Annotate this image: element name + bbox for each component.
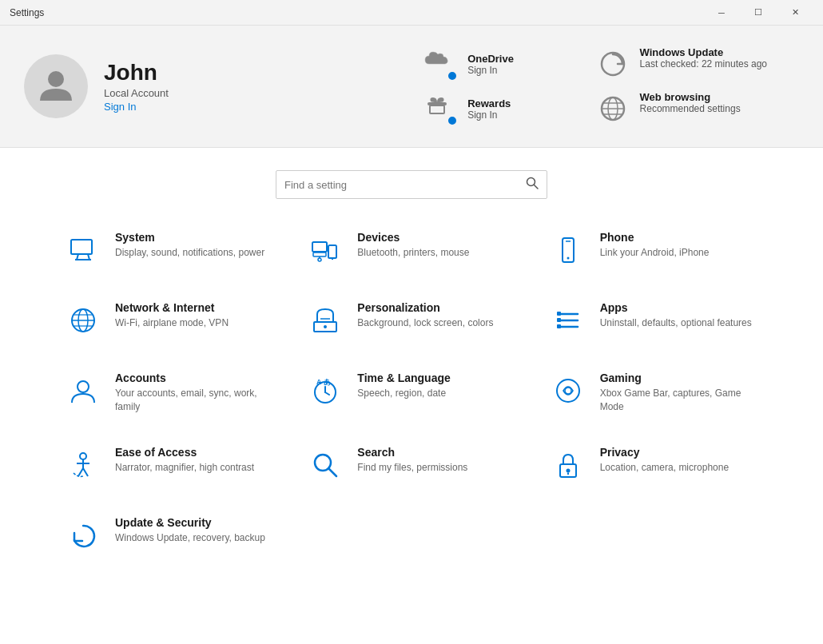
update-icon — [64, 516, 102, 555]
gaming-title: Gaming — [600, 372, 767, 384]
setting-privacy[interactable]: Privacy Location, camera, microphone — [533, 430, 775, 500]
ease-text: Ease of Access Narrator, magnifier, high… — [115, 446, 254, 475]
web-browsing-icon — [598, 94, 627, 123]
system-text: System Display, sound, notifications, po… — [115, 231, 264, 260]
windows-update-sub: Last checked: 22 minutes ago — [640, 58, 767, 70]
profile-signin-link[interactable]: Sign In — [104, 101, 169, 113]
devices-sub: Bluetooth, printers, mouse — [357, 246, 469, 260]
personalization-text: Personalization Background, lock screen,… — [357, 301, 493, 330]
apps-sub: Uninstall, defaults, optional features — [600, 316, 752, 330]
network-title: Network & Internet — [115, 301, 229, 314]
privacy-sub: Location, camera, microphone — [600, 461, 729, 475]
rewards-name: Rewards — [467, 97, 511, 109]
web-browsing-text: Web browsing Recommended settings — [640, 91, 741, 114]
svg-rect-15 — [312, 242, 327, 252]
windows-update-item[interactable]: Windows Update Last checked: 22 minutes … — [595, 42, 767, 86]
window-title: Settings — [10, 7, 44, 18]
update-title: Update & Security — [115, 516, 265, 529]
ease-title: Ease of Access — [115, 446, 254, 459]
avatar — [24, 54, 88, 118]
svg-point-54 — [566, 468, 570, 472]
phone-sub: Link your Android, iPhone — [600, 246, 710, 260]
setting-time[interactable]: A あ Time & Language Speech, region, date — [290, 356, 532, 430]
services-section: OneDrive Sign In Windows Update Last che… — [423, 42, 767, 131]
minimize-button[interactable]: ─ — [703, 0, 740, 26]
gaming-text: Gaming Xbox Game Bar, captures, Game Mod… — [600, 372, 767, 414]
windows-update-icon — [598, 50, 627, 78]
setting-devices[interactable]: Devices Bluetooth, printers, mouse — [290, 215, 532, 285]
accounts-sub: Your accounts, email, sync, work, family — [115, 387, 282, 414]
svg-rect-16 — [328, 245, 336, 258]
maximize-button[interactable]: ☐ — [740, 0, 777, 26]
svg-rect-36 — [557, 318, 561, 322]
rewards-text: Rewards Sign In — [467, 97, 511, 121]
phone-text: Phone Link your Android, iPhone — [600, 231, 710, 260]
gaming-icon — [549, 372, 587, 410]
search-input[interactable] — [284, 179, 526, 191]
windows-update-title: Windows Update — [640, 46, 767, 58]
time-text: Time & Language Speech, region, date — [357, 372, 450, 400]
setting-gaming[interactable]: Gaming Xbox Game Bar, captures, Game Mod… — [533, 356, 775, 430]
profile-info: John Local Account Sign In — [104, 60, 169, 113]
phone-title: Phone — [600, 231, 710, 244]
svg-line-12 — [77, 254, 78, 260]
devices-icon — [306, 231, 344, 269]
accounts-text: Accounts Your accounts, email, sync, wor… — [115, 372, 282, 414]
setting-system[interactable]: System Display, sound, notifications, po… — [48, 215, 290, 285]
setting-network[interactable]: Network & Internet Wi-Fi, airplane mode,… — [48, 285, 290, 356]
svg-line-13 — [88, 254, 89, 260]
svg-point-31 — [324, 325, 327, 328]
svg-line-50 — [83, 468, 88, 476]
rewards-badge — [447, 115, 458, 126]
setting-phone[interactable]: Phone Link your Android, iPhone — [533, 215, 775, 285]
onedrive-action: Sign In — [467, 65, 514, 76]
svg-point-22 — [567, 257, 569, 260]
search-setting-icon — [306, 446, 344, 484]
setting-personalization[interactable]: Personalization Background, lock screen,… — [290, 285, 532, 356]
onedrive-service[interactable]: OneDrive Sign In — [423, 42, 594, 86]
system-title: System — [115, 231, 264, 244]
search-sub: Find my files, permissions — [357, 461, 467, 475]
settings-main: System Display, sound, notifications, po… — [0, 215, 823, 570]
settings-grid: System Display, sound, notifications, po… — [48, 215, 775, 570]
svg-point-45 — [565, 388, 571, 394]
svg-line-49 — [78, 468, 83, 476]
svg-text:A: A — [316, 378, 322, 386]
svg-rect-18 — [313, 252, 326, 256]
web-browsing-title: Web browsing — [640, 91, 741, 103]
setting-ease[interactable]: Ease of Access Narrator, magnifier, high… — [48, 430, 290, 500]
apps-title: Apps — [600, 301, 752, 314]
svg-rect-35 — [557, 312, 561, 316]
personalization-title: Personalization — [357, 301, 493, 314]
onedrive-name: OneDrive — [467, 53, 514, 65]
search-box — [276, 170, 547, 199]
network-sub: Wi-Fi, airplane mode, VPN — [115, 316, 229, 330]
user-avatar-icon — [36, 65, 76, 108]
rewards-icon — [423, 91, 451, 120]
devices-text: Devices Bluetooth, printers, mouse — [357, 231, 469, 260]
setting-update[interactable]: Update & Security Windows Update, recove… — [48, 500, 290, 570]
svg-line-41 — [325, 392, 329, 395]
setting-apps[interactable]: Apps Uninstall, defaults, optional featu… — [533, 285, 775, 356]
ease-sub: Narrator, magnifier, high contrast — [115, 461, 254, 475]
system-icon — [64, 231, 102, 269]
search-area — [0, 148, 823, 215]
setting-accounts[interactable]: Accounts Your accounts, email, sync, wor… — [48, 356, 290, 430]
web-browsing-item[interactable]: Web browsing Recommended settings — [595, 86, 767, 131]
svg-point-46 — [80, 453, 86, 459]
svg-point-38 — [78, 381, 89, 392]
rewards-action: Sign In — [467, 109, 511, 121]
search-text: Search Find my files, permissions — [357, 446, 467, 475]
system-sub: Display, sound, notifications, power — [115, 246, 264, 260]
search-title: Search — [357, 446, 467, 459]
privacy-icon — [549, 446, 587, 484]
update-sub: Windows Update, recovery, backup — [115, 531, 265, 545]
rewards-service[interactable]: Rewards Sign In — [423, 86, 594, 131]
onedrive-text: OneDrive Sign In — [467, 53, 514, 76]
close-button[interactable]: ✕ — [777, 0, 813, 26]
svg-rect-37 — [557, 324, 561, 328]
setting-search[interactable]: Search Find my files, permissions — [290, 430, 532, 500]
title-bar: Settings ─ ☐ ✕ — [0, 0, 823, 26]
svg-rect-11 — [71, 240, 92, 254]
apps-text: Apps Uninstall, defaults, optional featu… — [600, 301, 752, 330]
